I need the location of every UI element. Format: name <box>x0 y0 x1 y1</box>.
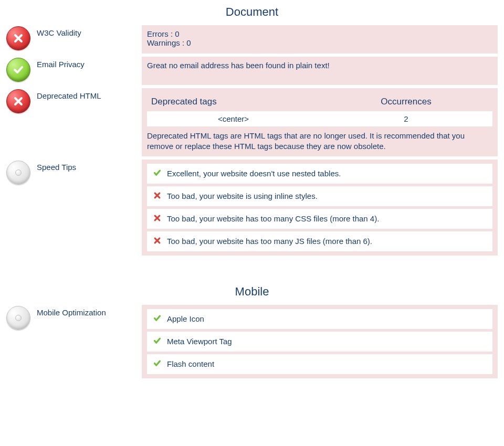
list-item: Apple Icon <box>147 309 492 329</box>
row-speed-tips: Speed Tips Excellent, your website doesn… <box>0 160 504 256</box>
deprecated-table: Deprecated tags Occurrences <center>2 <box>147 92 492 129</box>
list-item: Meta Viewport Tag <box>147 332 492 352</box>
list-item-text: Too bad, your website has too many JS fi… <box>167 237 372 246</box>
check-icon <box>153 314 167 324</box>
section-title-mobile: Mobile <box>0 285 504 299</box>
row-mobile-optimization: Mobile Optimization Apple IconMeta Viewp… <box>0 305 504 378</box>
neutral-icon <box>6 161 30 185</box>
mobile-opt-content: Apple IconMeta Viewport TagFlash content <box>142 305 498 378</box>
list-item: Flash content <box>147 354 492 374</box>
label-deprecated: Deprecated HTML <box>37 88 142 100</box>
neutral-icon <box>6 306 30 330</box>
speed-tips-content: Excellent, your website doesn't use nest… <box>142 160 498 256</box>
w3c-warnings: Warnings : 0 <box>147 38 492 47</box>
list-item-text: Excellent, your website doesn't use nest… <box>167 169 341 178</box>
check-icon <box>153 169 167 178</box>
cell-tag: <center> <box>147 111 320 126</box>
list-item-text: Meta Viewport Tag <box>167 337 232 346</box>
list-item-text: Flash content <box>167 359 214 368</box>
check-icon <box>153 337 167 346</box>
list-item-text: Apple Icon <box>167 314 204 323</box>
list-item: Too bad, your website has too many JS fi… <box>147 231 492 251</box>
x-icon <box>153 192 167 201</box>
x-icon <box>153 214 167 224</box>
error-icon <box>6 26 30 50</box>
w3c-content: Errors : 0 Warnings : 0 <box>142 25 498 54</box>
list-item: Too bad, your website has too many CSS f… <box>147 209 492 229</box>
label-email-privacy: Email Privacy <box>37 57 142 69</box>
section-title-document: Document <box>0 5 504 19</box>
list-item-text: Too bad, your website is using inline st… <box>167 192 318 200</box>
error-icon <box>6 89 30 113</box>
label-mobile-optimization: Mobile Optimization <box>37 305 142 317</box>
list-item: Too bad, your website is using inline st… <box>147 186 492 206</box>
row-deprecated: Deprecated HTML Deprecated tags Occurren… <box>0 88 504 156</box>
row-email-privacy: Email Privacy Great no email address has… <box>0 57 504 85</box>
x-icon <box>153 237 167 246</box>
list-item-text: Too bad, your website has too many CSS f… <box>167 214 379 223</box>
col-occurrences: Occurrences <box>320 94 492 109</box>
col-tags: Deprecated tags <box>147 94 320 109</box>
row-w3c: W3C Validity Errors : 0 Warnings : 0 <box>0 25 504 54</box>
cell-count: 2 <box>320 111 492 126</box>
list-item: Excellent, your website doesn't use nest… <box>147 164 492 184</box>
table-row: <center>2 <box>147 111 492 126</box>
email-privacy-content: Great no email address has been found in… <box>142 57 498 85</box>
success-icon <box>6 58 30 82</box>
w3c-errors: Errors : 0 <box>147 29 492 38</box>
label-w3c: W3C Validity <box>37 25 142 37</box>
deprecated-content: Deprecated tags Occurrences <center>2 De… <box>142 88 498 156</box>
label-speed-tips: Speed Tips <box>37 160 142 172</box>
check-icon <box>153 359 167 369</box>
deprecated-description: Deprecated HTML tags are HTML tags that … <box>147 131 492 152</box>
